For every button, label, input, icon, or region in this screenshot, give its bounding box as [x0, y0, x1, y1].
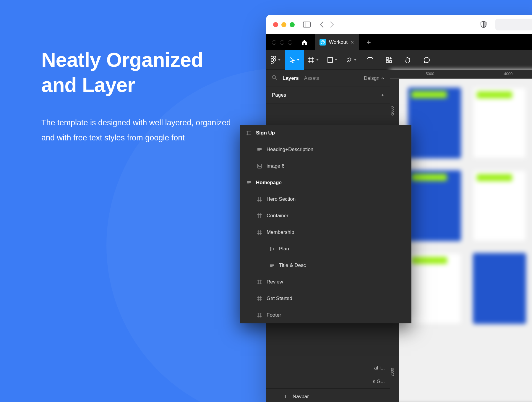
figma-menu-button[interactable] [266, 50, 285, 70]
comment-tool[interactable] [417, 50, 436, 70]
file-icon [319, 39, 326, 46]
forward-button[interactable] [330, 21, 334, 28]
layer-row[interactable]: Membership [240, 224, 411, 241]
figma-tabs: Workout × + [266, 34, 532, 50]
truncated-layer[interactable]: s G... [266, 375, 390, 388]
layer-row[interactable]: Review [240, 274, 411, 290]
new-tab-button[interactable]: + [366, 38, 371, 47]
close-tab-button[interactable]: × [351, 39, 354, 46]
headline-line-1: Neatly Organized [41, 48, 203, 71]
layer-row[interactable]: Container [240, 208, 411, 224]
assets-tab[interactable]: Assets [304, 75, 319, 81]
autolayout-icon [283, 395, 288, 399]
layer-label: Get Started [267, 296, 292, 302]
close-window-button[interactable] [273, 22, 278, 27]
frame-icon [246, 131, 252, 135]
url-bar[interactable] [495, 19, 532, 30]
pages-label: Pages [272, 92, 286, 98]
truncated-text: al i... [374, 365, 385, 371]
svg-point-22 [273, 75, 276, 79]
frame-icon [257, 197, 262, 202]
search-icon[interactable] [272, 75, 277, 82]
file-tab-name: Workout [329, 39, 348, 45]
layer-label: Hero Section [267, 196, 296, 202]
layer-row[interactable]: Heading+Description [240, 141, 411, 158]
sidebar-toggle-icon[interactable] [303, 22, 311, 27]
frame-icon [257, 230, 262, 235]
svg-rect-34 [257, 164, 262, 168]
svg-point-2 [271, 56, 273, 59]
layer-label: Homepage [256, 180, 282, 186]
layer-row[interactable]: Footer [240, 307, 411, 323]
artboard [473, 253, 526, 324]
figma-window-dots [272, 40, 292, 45]
layer-row[interactable]: Title & Desc [240, 257, 411, 274]
layer-label: Title & Desc [279, 262, 306, 268]
text-tool[interactable] [361, 50, 379, 70]
layer-row[interactable]: Hero Section [240, 191, 411, 208]
minimize-window-button[interactable] [281, 22, 286, 27]
chevron-down-icon [335, 59, 337, 61]
layer-row[interactable]: Sign Up [240, 125, 411, 141]
dot-icon [280, 40, 284, 45]
canvas-artboards [408, 87, 532, 324]
layer-row[interactable]: Plan [240, 241, 411, 257]
pages-header: Pages + [266, 87, 390, 103]
resources-tool[interactable] [379, 50, 398, 70]
svg-point-12 [349, 59, 350, 60]
pen-tool[interactable] [342, 50, 361, 70]
svg-line-23 [275, 78, 277, 80]
layer-row[interactable]: image 6 [240, 158, 411, 174]
svg-rect-5 [273, 59, 276, 61]
frame-icon [257, 280, 262, 284]
file-tab[interactable]: Workout × [315, 34, 359, 50]
headline: Neatly Organized and Layer [41, 47, 233, 98]
svg-rect-19 [390, 61, 392, 63]
dot-icon [288, 40, 292, 45]
chevron-down-icon [297, 59, 299, 61]
frame-icon [257, 213, 262, 218]
layer-label: Review [267, 279, 283, 285]
svg-point-4 [271, 59, 273, 61]
ruler-horizontal: -5000 -4000 [390, 70, 532, 79]
layer-row-navbar[interactable]: Navbar [266, 388, 390, 402]
back-button[interactable] [319, 21, 324, 28]
shape-tool[interactable] [323, 50, 342, 70]
marketing-copy: Neatly Organized and Layer The template … [41, 47, 233, 146]
layer-label: Plan [279, 246, 289, 252]
page-selector[interactable]: Deisgn [364, 75, 384, 81]
headline-line-2: and Layer [41, 74, 135, 96]
sidebar-tabs: Layers Assets Deisgn [266, 70, 390, 87]
add-page-button[interactable]: + [381, 92, 384, 98]
text-lines-icon [246, 181, 252, 184]
chevron-down-icon [278, 59, 280, 61]
frame-icon [257, 296, 262, 301]
svg-point-6 [271, 61, 273, 64]
home-button[interactable] [301, 39, 308, 46]
layers-tab[interactable]: Layers [283, 75, 299, 81]
ruler-tick: -4000 [468, 70, 532, 78]
nav-arrows [319, 21, 334, 28]
move-tool[interactable] [285, 50, 304, 70]
svg-rect-11 [328, 58, 332, 62]
layer-label: Footer [267, 312, 281, 318]
layer-label: Heading+Description [267, 147, 313, 153]
hand-tool[interactable] [398, 50, 417, 70]
layer-row[interactable]: Get Started [240, 290, 411, 307]
frame-tool[interactable] [304, 50, 323, 70]
layer-row[interactable]: Homepage [240, 174, 411, 191]
text-lines-icon [269, 264, 275, 267]
canvas[interactable] [390, 70, 532, 402]
layer-label: Sign Up [256, 130, 275, 136]
page-selector-label: Deisgn [364, 75, 379, 81]
layers-panel: Sign UpHeading+Descriptionimage 6Homepag… [240, 125, 411, 323]
shield-icon[interactable] [481, 21, 486, 28]
artboard [408, 87, 461, 158]
text-lines-icon [257, 148, 262, 151]
truncated-layer[interactable]: al i... [266, 361, 390, 375]
maximize-window-button[interactable] [290, 22, 295, 27]
traffic-lights [273, 22, 295, 27]
svg-point-35 [258, 165, 259, 166]
browser-chrome [266, 15, 532, 34]
artboard [473, 87, 526, 158]
